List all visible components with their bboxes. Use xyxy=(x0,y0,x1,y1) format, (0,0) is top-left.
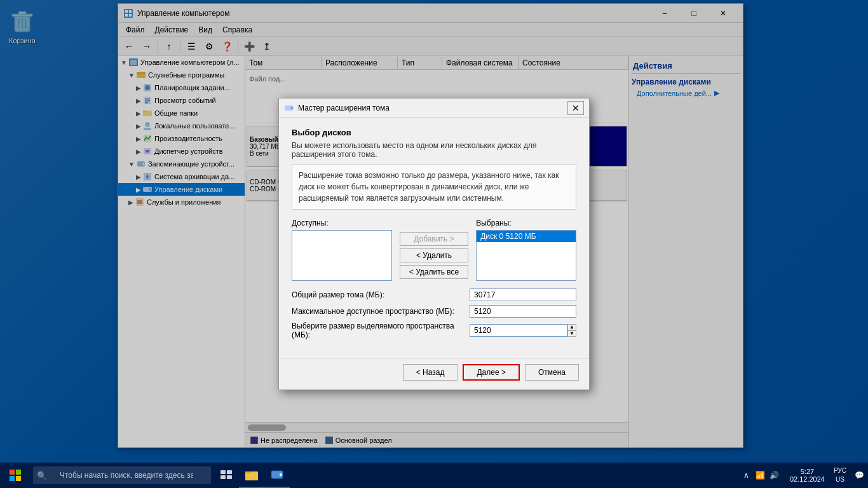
available-column: Доступны: xyxy=(292,219,392,281)
svg-rect-42 xyxy=(227,470,232,474)
dialog-body: Выбор дисков Вы можете использовать мест… xyxy=(279,118,589,358)
start-button[interactable] xyxy=(0,463,31,488)
field-max-value xyxy=(470,305,576,318)
desktop: Корзина Управление компьютером – □ ✕ xyxy=(0,0,868,488)
selected-label: Выбраны: xyxy=(476,219,576,227)
tray-expand-icon[interactable]: ∧ xyxy=(742,470,752,480)
taskbar-disk-mgmt[interactable] xyxy=(264,463,290,488)
extend-volume-dialog: Мастер расширения тома ✕ Выбор дисков Вы… xyxy=(278,98,590,390)
field-total-label: Общий размер тома (МБ): xyxy=(292,290,470,299)
dialog-icon xyxy=(284,103,294,113)
back-button[interactable]: < Назад xyxy=(403,364,458,381)
next-button[interactable]: Далее > xyxy=(463,364,520,381)
svg-rect-41 xyxy=(220,470,226,474)
spin-container: ▲ ▼ xyxy=(470,324,576,337)
svg-point-36 xyxy=(291,107,293,109)
dialog-footer: < Назад Далее > Отмена xyxy=(279,358,589,390)
system-tray: ∧ 📶 🔊 xyxy=(736,470,785,480)
taskview-button[interactable] xyxy=(214,463,239,488)
selected-listbox[interactable]: Диск 0 5120 МБ xyxy=(476,230,576,281)
taskbar-file-explorer[interactable] xyxy=(239,463,264,488)
volume-icon[interactable]: 🔊 xyxy=(770,470,780,480)
modal-overlay: Мастер расширения тома ✕ Выбор дисков Вы… xyxy=(0,0,868,488)
dialog-columns: Доступны: Добавить > < Удалить < Удалить… xyxy=(292,219,576,281)
field-select-size: Выберите размер выделяемого пространства… xyxy=(292,322,576,339)
svg-rect-40 xyxy=(16,476,21,481)
available-listbox[interactable] xyxy=(292,230,392,281)
svg-point-49 xyxy=(280,473,282,476)
search-container[interactable]: 🔍 xyxy=(33,466,211,484)
svg-rect-46 xyxy=(245,471,251,473)
dialog-close-button[interactable]: ✕ xyxy=(567,101,584,115)
svg-rect-39 xyxy=(10,476,15,481)
dialog-section-title: Выбор дисков xyxy=(292,128,576,137)
dialog-warning-box: Расширение тома возможно только до разме… xyxy=(292,164,576,210)
dialog-fields: Общий размер тома (МБ): Максимальное дос… xyxy=(292,288,576,339)
language-indicator[interactable]: РУС US xyxy=(830,466,850,484)
cancel-button[interactable]: Отмена xyxy=(525,364,579,381)
selected-item-disk0[interactable]: Диск 0 5120 МБ xyxy=(477,231,576,242)
remove-all-button[interactable]: < Удалить все xyxy=(400,265,468,279)
spin-down-button[interactable]: ▼ xyxy=(567,330,576,337)
notification-button[interactable]: 💬 xyxy=(850,463,868,488)
dialog-description: Вы можете использовать место на одном ил… xyxy=(292,141,576,159)
field-total-value xyxy=(470,288,576,301)
system-clock[interactable]: 5:27 02.12.2024 xyxy=(785,468,830,483)
svg-rect-37 xyxy=(10,470,15,475)
remove-button[interactable]: < Удалить xyxy=(400,248,468,262)
lang-label: РУС US xyxy=(834,466,846,484)
available-label: Доступны: xyxy=(292,219,392,227)
dialog-title: Мастер расширения тома xyxy=(298,104,567,112)
search-icon: 🔍 xyxy=(37,471,47,480)
spin-buttons: ▲ ▼ xyxy=(567,324,576,337)
svg-rect-43 xyxy=(220,475,226,479)
field-select-label: Выберите размер выделяемого пространства… xyxy=(292,322,470,339)
disk-action-buttons: Добавить > < Удалить < Удалить все xyxy=(400,230,468,281)
add-button[interactable]: Добавить > xyxy=(400,232,468,246)
clock-time: 5:27 xyxy=(790,468,825,475)
field-max-space: Максимальное доступное пространство (МБ)… xyxy=(292,305,576,318)
field-total-size: Общий размер тома (МБ): xyxy=(292,288,576,301)
field-max-label: Максимальное доступное пространство (МБ)… xyxy=(292,307,470,316)
clock-date: 02.12.2024 xyxy=(790,475,825,483)
selected-column: Выбраны: Диск 0 5120 МБ xyxy=(476,219,576,281)
network-icon[interactable]: 📶 xyxy=(756,470,766,480)
svg-rect-44 xyxy=(227,475,232,479)
taskbar: 🔍 ∧ 📶 xyxy=(0,463,868,488)
spin-up-button[interactable]: ▲ xyxy=(567,324,576,330)
svg-rect-38 xyxy=(16,470,21,475)
spin-input[interactable] xyxy=(470,324,567,337)
dialog-titlebar: Мастер расширения тома ✕ xyxy=(279,98,589,118)
search-input[interactable] xyxy=(53,466,200,484)
